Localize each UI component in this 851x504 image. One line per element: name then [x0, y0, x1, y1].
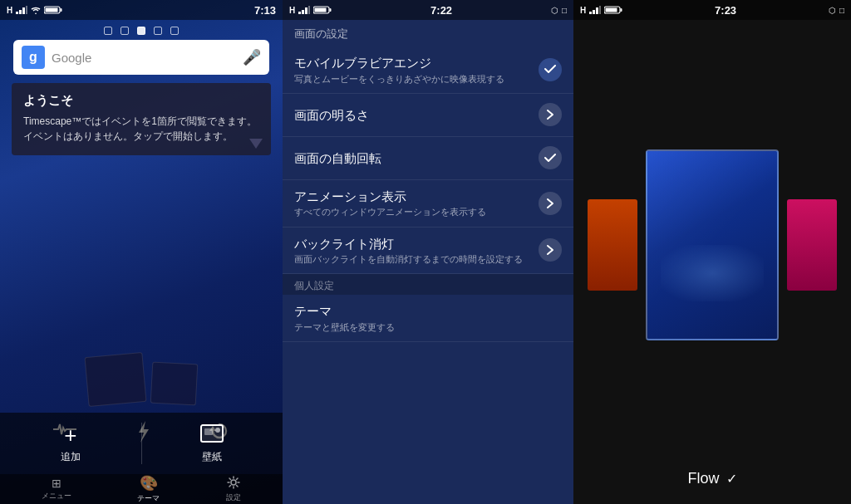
settings-item-backlight[interactable]: バックライト消灯 画面バックライトを自動消灯するまでの時間を設定する — [283, 228, 573, 275]
mic-icon[interactable]: 🎤 — [243, 48, 261, 66]
svg-rect-19 — [589, 12, 592, 14]
status-left: H — [7, 6, 62, 15]
rotate-content: 画面の自動回転 — [294, 150, 532, 167]
settings-status-bar: H 7:22 ⬡ □ — [283, 0, 573, 20]
theme-title: テーマ — [294, 303, 562, 320]
settings-item-rotate[interactable]: 画面の自動回転 — [283, 137, 573, 180]
wallpaper-icon — [199, 423, 224, 448]
sub-dock-settings-label: 設定 — [226, 492, 241, 503]
deco-paper-1 — [84, 352, 146, 407]
search-field[interactable]: Google — [52, 51, 236, 65]
signal-icon — [16, 6, 27, 14]
timescape-body: Timescape™ではイベントを1箇所で閲覧できます。イベントはありません。タ… — [23, 114, 259, 144]
wp-thumbnail-orange[interactable] — [588, 199, 637, 291]
settings-item-brightness[interactable]: 画面の明るさ — [283, 94, 573, 137]
svg-rect-22 — [599, 6, 601, 14]
sub-dock-settings[interactable]: 設定 — [226, 476, 241, 503]
brightness-content: 画面の明るさ — [294, 107, 532, 124]
svg-point-11 — [215, 428, 220, 433]
bravia-desc: 写真とムービーをくっきりあざやかに映像表現する — [294, 73, 532, 85]
h-icon: H — [7, 6, 12, 15]
settings-section-personal: 個人設定 — [283, 274, 573, 295]
rotate-title: 画面の自動回転 — [294, 150, 532, 167]
hdmi-icon: □ — [562, 6, 567, 15]
svg-rect-18 — [315, 8, 327, 12]
settings-header: 画面の設定 — [283, 20, 573, 46]
dot-5[interactable] — [170, 27, 179, 35]
settings-status-right-icons: ⬡ □ — [551, 6, 567, 15]
home-decorations — [0, 338, 283, 404]
brightness-title: 画面の明るさ — [294, 107, 532, 124]
panel-home: H 7:13 — [0, 0, 283, 504]
backlight-content: バックライト消灯 画面バックライトを自動消灯するまでの時間を設定する — [294, 236, 532, 266]
svg-rect-14 — [305, 7, 307, 14]
settings-item-theme[interactable]: テーマ テーマと壁紙を変更する — [283, 295, 573, 342]
home-status-bar: H 7:13 — [0, 0, 283, 20]
settings-item-animation[interactable]: アニメーション表示 すべてのウィンドウアニメーションを表示する — [283, 180, 573, 228]
rotate-toggle[interactable] — [539, 146, 562, 169]
animation-title: アニメーション表示 — [294, 188, 532, 205]
settings-signal-icon — [298, 6, 310, 14]
wp-status-right-icons: ⬡ □ — [829, 6, 844, 15]
wallpaper-checkmark: ✓ — [726, 471, 737, 487]
sub-dock-menu-label: メニュー — [42, 491, 71, 502]
wp-status-left: H — [580, 6, 622, 15]
page-dots — [0, 20, 283, 40]
svg-rect-24 — [621, 8, 622, 12]
dot-1[interactable] — [104, 27, 112, 35]
wp-h-icon: H — [580, 6, 586, 15]
svg-rect-21 — [596, 7, 598, 14]
brightness-toggle[interactable] — [539, 103, 562, 126]
panel-wallpaper: H 7:23 ⬡ □ — [573, 0, 851, 504]
svg-rect-13 — [302, 10, 304, 14]
add-icon: + — [64, 423, 76, 448]
status-time: 7:13 — [254, 4, 276, 17]
usb-icon: ⬡ — [551, 6, 558, 15]
dot-2[interactable] — [121, 27, 129, 35]
dot-3[interactable] — [137, 27, 145, 35]
bravia-toggle[interactable] — [539, 58, 562, 81]
svg-rect-12 — [298, 12, 301, 14]
svg-rect-6 — [46, 8, 58, 12]
theme-desc: テーマと壁紙を変更する — [294, 321, 562, 333]
home-dock: + 追加 壁紙 — [0, 413, 283, 474]
wp-time: 7:23 — [715, 4, 736, 17]
wifi-icon — [31, 7, 41, 14]
timescape-title: ようこそ — [23, 93, 259, 109]
dock-add[interactable]: + 追加 — [0, 413, 141, 474]
wallpaper-previews — [573, 20, 851, 462]
wp-thumbnail-pink[interactable] — [787, 199, 837, 291]
timescape-card[interactable]: ようこそ Timescape™ではイベントを1箇所で閲覧できます。イベントはあり… — [12, 83, 271, 155]
sub-dock-theme[interactable]: 🎨 テーマ — [137, 474, 160, 504]
svg-rect-1 — [19, 10, 22, 14]
backlight-title: バックライト消灯 — [294, 236, 532, 252]
time-display: 7:13 — [254, 4, 276, 17]
dock-wallpaper[interactable]: 壁紙 — [142, 413, 283, 474]
sub-dock-menu[interactable]: ⊞ メニュー — [42, 477, 71, 502]
theme-icon: 🎨 — [140, 474, 158, 492]
settings-item-bravia[interactable]: モバイルブラビアエンジ 写真とムービーをくっきりあざやかに映像表現する — [283, 46, 573, 94]
svg-rect-3 — [26, 6, 27, 14]
search-bar[interactable]: g Google 🎤 — [13, 40, 269, 75]
svg-rect-5 — [61, 8, 62, 12]
settings-time: 7:22 — [430, 4, 452, 17]
backlight-desc: 画面バックライトを自動消灯するまでの時間を設定する — [294, 253, 532, 265]
animation-desc: すべてのウィンドウアニメーションを表示する — [294, 206, 532, 218]
dock-add-label: 追加 — [61, 450, 81, 464]
google-logo: g — [22, 46, 45, 69]
wp-cam-icon: □ — [839, 6, 844, 15]
wp-main-preview[interactable] — [646, 149, 779, 340]
settings-h-icon: H — [289, 6, 295, 15]
wallpaper-label-row: Flow ✓ — [687, 462, 736, 504]
svg-rect-15 — [308, 6, 310, 14]
settings-battery-icon — [313, 6, 332, 14]
backlight-toggle[interactable] — [539, 238, 562, 262]
sub-dock: ⊞ メニュー 🎨 テーマ 設定 — [0, 474, 283, 504]
animation-toggle[interactable] — [539, 192, 562, 215]
svg-rect-2 — [22, 7, 25, 14]
settings-list: モバイルブラビアエンジ 写真とムービーをくっきりあざやかに映像表現する 画面の明… — [283, 46, 573, 504]
wp-usb-icon: ⬡ — [829, 6, 836, 15]
panel-settings: H 7:22 ⬡ □ 画面の設定 — [283, 0, 573, 504]
sub-dock-theme-label: テーマ — [137, 493, 160, 504]
dot-4[interactable] — [154, 27, 162, 35]
